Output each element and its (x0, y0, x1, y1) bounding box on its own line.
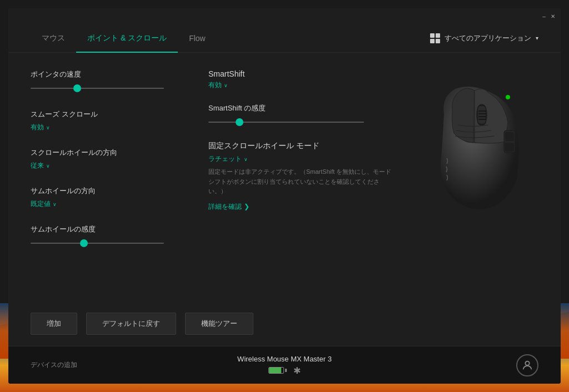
tab-bar: マウス ポイント & スクロール Flow すべてのアプリケーション ▾ (8, 24, 561, 53)
footer-right (516, 354, 538, 376)
pointer-speed-thumb[interactable] (73, 84, 81, 92)
smooth-scroll-group: スムーズ スクロール 有効 ∨ (31, 109, 186, 132)
thumb-wheel-direction-value[interactable]: 既定値 ∨ (31, 199, 186, 209)
pointer-speed-track (31, 88, 164, 89)
scroll-wheel-direction-chevron: ∨ (46, 163, 50, 169)
mouse-image (416, 75, 538, 219)
thumb-wheel-direction-chevron: ∨ (53, 202, 57, 207)
fixed-scroll-info: 固定モードは非アクティブです。（SmartShift を無効にし、モードシフトが… (208, 167, 397, 197)
add-device-link[interactable]: デバイスの追加 (31, 360, 77, 370)
smartshift-sensitivity-thumb[interactable] (236, 118, 243, 126)
close-button[interactable]: ✕ (550, 13, 556, 19)
footer: デバイスの追加 Wireless Mouse MX Master 3 ✱ (8, 346, 561, 384)
thumb-wheel-sensitivity-label: サムホイールの感度 (31, 224, 186, 234)
tab-point-scroll[interactable]: ポイント & スクロール (76, 24, 178, 53)
scroll-wheel-direction-label: スクロールホイールの方向 (31, 148, 186, 158)
svg-point-10 (506, 95, 510, 99)
device-name: Wireless Mouse MX Master 3 (237, 355, 332, 363)
svg-rect-8 (505, 132, 514, 141)
smooth-scroll-value[interactable]: 有効 ∨ (31, 123, 186, 132)
app-window: – ✕ マウス ポイント & スクロール Flow すべてのアプリケーション ▾… (8, 8, 561, 384)
grid-icon (430, 33, 440, 43)
title-bar: – ✕ (8, 8, 561, 24)
fixed-scroll-chevron: ∨ (244, 157, 248, 162)
thumb-wheel-direction-label: サムホイールの方向 (31, 186, 186, 196)
tab-mouse[interactable]: マウス (31, 24, 76, 53)
tour-button[interactable]: 機能ツアー (185, 313, 253, 335)
content-area: ポインタの速度 スムーズ スクロール 有効 ∨ スクロールホイールの方向 (8, 53, 561, 313)
app-selector[interactable]: すべてのアプリケーション ▾ (430, 33, 538, 43)
bluetooth-icon: ✱ (293, 365, 301, 376)
details-chevron: ❯ (244, 203, 249, 210)
thumb-wheel-sensitivity-track (31, 243, 164, 244)
minimize-button[interactable]: – (541, 13, 547, 19)
left-panel: ポインタの速度 スムーズ スクロール 有効 ∨ スクロールホイールの方向 (31, 69, 186, 301)
user-icon (521, 359, 533, 371)
device-icons: ✱ (268, 365, 301, 376)
smartshift-chevron: ∨ (224, 83, 228, 88)
thumb-wheel-sensitivity-thumb[interactable] (80, 239, 88, 247)
device-info: Wireless Mouse MX Master 3 ✱ (237, 355, 332, 376)
smartshift-sensitivity-track (208, 122, 364, 123)
tab-flow[interactable]: Flow (178, 24, 217, 53)
pointer-speed-label: ポインタの速度 (31, 69, 186, 79)
battery-body (268, 367, 284, 374)
svg-rect-9 (505, 143, 514, 152)
scroll-wheel-direction-value[interactable]: 従来 ∨ (31, 161, 186, 170)
add-button[interactable]: 増加 (31, 313, 77, 335)
battery-fill (269, 368, 281, 373)
bottom-buttons-area: 増加 デフォルトに戻す 機能ツアー (8, 313, 561, 346)
thumb-wheel-direction-group: サムホイールの方向 既定値 ∨ (31, 186, 186, 209)
pointer-speed-group: ポインタの速度 (31, 69, 186, 94)
smartshift-sensitivity-slider[interactable] (208, 117, 364, 128)
smooth-scroll-chevron: ∨ (46, 125, 50, 130)
app-selector-label: すべてのアプリケーション (445, 33, 531, 43)
thumb-wheel-sensitivity-slider[interactable] (31, 238, 164, 249)
pointer-speed-slider[interactable] (31, 83, 164, 94)
smooth-scroll-label: スムーズ スクロール (31, 109, 186, 119)
app-selector-chevron: ▾ (536, 35, 538, 41)
thumb-wheel-sensitivity-group: サムホイールの感度 (31, 224, 186, 249)
reset-button[interactable]: デフォルトに戻す (86, 313, 176, 335)
scroll-wheel-direction-group: スクロールホイールの方向 従来 ∨ (31, 148, 186, 170)
battery-icon (268, 367, 287, 374)
user-account-button[interactable] (516, 354, 538, 376)
mouse-svg (422, 81, 533, 214)
svg-rect-2 (478, 106, 486, 124)
svg-point-11 (525, 361, 529, 365)
battery-tip (285, 369, 287, 372)
